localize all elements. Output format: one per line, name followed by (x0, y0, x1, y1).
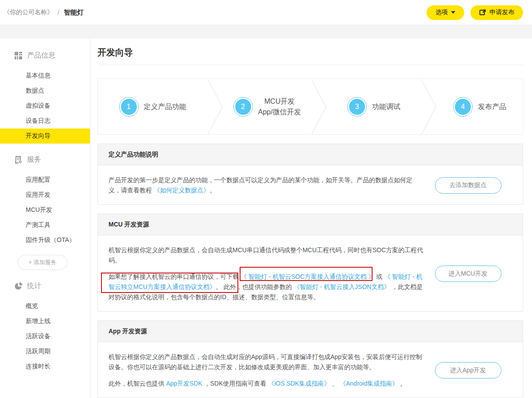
top-bar: 《你的公司名称》 / 智能灯 选项 申请发布 (0, 0, 532, 25)
link-ios-sdk-guide[interactable]: 《iOS SDK集成指南》 (268, 380, 330, 387)
sidebar: 产品信息 基本信息 数据点 虚拟设备 设备日志 开发向导 服务 应用配置 应用开… (0, 39, 90, 398)
publish-button-label: 申请发布 (489, 8, 514, 16)
breadcrumb: 《你的公司名称》 / 智能灯 (4, 8, 84, 17)
grid-icon (14, 51, 23, 60)
chevron-separator-icon (207, 79, 223, 135)
panel-app-resources: App 开发资源 机智云根据你定义的产品数据点，会自动生成对应的App源码，可直… (97, 320, 523, 398)
step-mcu-app-dev: 2 MCU开发 App/微信开发 (223, 79, 311, 134)
breadcrumb-product: 智能灯 (64, 8, 84, 17)
sidebar-item-active-cycle[interactable]: 活跃周期 (0, 344, 90, 359)
pie-icon (14, 282, 23, 290)
sidebar-section-title: 产品信息 (27, 51, 55, 60)
sidebar-section-product-info-header: 产品信息 (0, 51, 90, 60)
add-service-button[interactable]: + 添加服务 (18, 255, 67, 270)
chevron-down-icon (451, 11, 455, 14)
sidebar-item-virtual-device[interactable]: 虚拟设备 (0, 98, 90, 113)
panel-mcu-resources: MCU 开发资源 机智云根据你定义的产品数据点，会自动生成MCU串口通信代码或整… (97, 214, 523, 312)
sidebar-item-overview[interactable]: 概览 (0, 299, 90, 314)
external-link-icon (479, 9, 486, 16)
panel-header: 定义产品功能说明 (98, 144, 523, 165)
panel-define-function: 定义产品功能说明 产品开发的第一步是定义产品的功能，一个数据点可以定义为产品的某… (97, 144, 523, 205)
link-app-sdk[interactable]: App开发SDK (166, 380, 202, 387)
chevron-separator-icon (311, 79, 327, 135)
panel-header: MCU 开发资源 (98, 214, 523, 235)
step-number-badge: 1 (119, 97, 139, 117)
options-button[interactable]: 选项 (427, 5, 464, 20)
sidebar-section-product-info: 产品信息 基本信息 数据点 虚拟设备 设备日志 开发向导 (0, 51, 90, 144)
sidebar-item-new-online[interactable]: 新增上线 (0, 314, 90, 329)
page-title: 开发向导 (97, 47, 523, 65)
publish-button[interactable]: 申请发布 (470, 5, 523, 20)
go-add-datapoints-button[interactable]: 去添加数据点 (435, 177, 501, 194)
sidebar-item-basic-info[interactable]: 基本信息 (0, 68, 90, 83)
sidebar-item-ota[interactable]: 固件升级（OTA） (0, 233, 90, 248)
panel-text: 机智云根据你定义的产品数据点，会自动生成MCU串口通信代码或整个MCU工程代码，… (109, 245, 424, 302)
step-number-badge: 4 (453, 97, 473, 117)
enter-app-dev-button[interactable]: 进入App开发 (435, 362, 501, 378)
sidebar-item-production-tools[interactable]: 产测工具 (0, 218, 90, 233)
service-icon (14, 156, 23, 164)
step-label: MCU开发 App/微信开发 (258, 96, 301, 117)
panel-text: 机智云根据你定义的产品数据点，会自动生成对应的App源码，可直接编译打包成App… (109, 352, 424, 389)
step-label: 功能调试 (372, 101, 400, 112)
sidebar-item-dev-wizard[interactable]: 开发向导 (0, 129, 90, 144)
sidebar-item-app-dev[interactable]: 应用开发 (0, 187, 90, 203)
step-define-product: 1 定义产品功能 (98, 79, 207, 134)
step-number-badge: 2 (233, 97, 253, 117)
link-android-guide[interactable]: 《Android集成指南》 (340, 380, 398, 387)
sidebar-item-app-config[interactable]: 应用配置 (0, 172, 90, 187)
step-function-debug: 3 功能调试 (327, 79, 421, 134)
step-publish-product: 4 发布产品 (437, 79, 523, 134)
main-content: 开发向导 1 定义产品功能 2 MCU开发 App/微信开发 (90, 39, 532, 398)
step-label: 定义产品功能 (144, 101, 186, 112)
link-how-to-define-datapoints[interactable]: 《如何定义数据点》 (154, 187, 210, 194)
sidebar-item-datapoints[interactable]: 数据点 (0, 83, 90, 98)
sidebar-section-statistics: 统计 概览 新增上线 活跃设备 活跃周期 连接时长 (0, 281, 90, 374)
link-soc-protocol-doc[interactable]: 《 智能灯 - 机智云SOC方案接入通信协议文档 》 (241, 273, 375, 280)
sidebar-section-statistics-header: 统计 (0, 281, 90, 291)
enter-mcu-dev-button[interactable]: 进入MCU开发 (435, 265, 501, 282)
sidebar-item-connection-time[interactable]: 连接时长 (0, 359, 90, 374)
panel-header: App 开发资源 (98, 321, 523, 342)
sidebar-item-mcu-dev[interactable]: MCU开发 (0, 203, 90, 218)
sidebar-item-active-devices[interactable]: 活跃设备 (0, 329, 90, 344)
topbar-buttons: 选项 申请发布 (427, 5, 523, 20)
step-label: 发布产品 (478, 101, 506, 112)
step-number-badge: 3 (347, 97, 367, 117)
panel-text: 产品开发的第一步是定义产品的功能，一个数据点可以定义为产品的某个功能，如开关等。… (109, 175, 424, 195)
sidebar-section-services: 服务 应用配置 应用开发 MCU开发 产测工具 固件升级（OTA） + 添加服务 (0, 155, 90, 270)
breadcrumb-company[interactable]: 《你的公司名称》 (4, 8, 53, 16)
link-json-doc[interactable]: 《智能灯 - 机智云接入JSON文档》 (294, 283, 390, 290)
sidebar-item-device-log[interactable]: 设备日志 (0, 113, 90, 129)
sidebar-section-title: 服务 (27, 155, 41, 164)
sidebar-section-services-header: 服务 (0, 155, 90, 164)
breadcrumb-separator: / (58, 9, 59, 16)
wizard-steps: 1 定义产品功能 2 MCU开发 App/微信开发 3 功能调试 (97, 78, 523, 135)
chevron-separator-icon (421, 79, 437, 135)
options-button-label: 选项 (435, 8, 448, 16)
header-gray-band (0, 25, 532, 39)
sidebar-section-title: 统计 (27, 281, 41, 291)
